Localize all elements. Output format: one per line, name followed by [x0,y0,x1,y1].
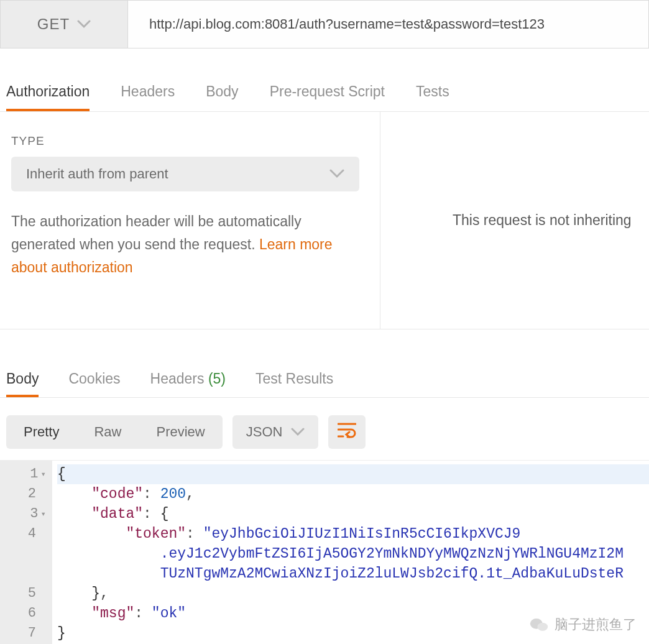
response-tabs: Body Cookies Headers (5)Test Results [0,352,649,398]
wrap-lines-icon [338,422,356,442]
gutter-line: 2 [0,484,46,504]
auth-desc-text: The authorization header will be automat… [11,213,301,252]
chevron-down-icon [329,166,344,182]
code-line: TUzNTgwMzA2MCwiaXNzIjoiZ2luLWJsb2cifQ.1t… [57,564,649,584]
auth-description: The authorization header will be automat… [11,210,359,278]
auth-type-value: Inherit auth from parent [26,166,168,182]
http-method-dropdown[interactable]: GET [1,1,128,48]
gutter-line: 6 [0,604,46,623]
response-toolbar: PrettyRawPreview JSON [0,398,649,460]
auth-type-select[interactable]: Inherit auth from parent [11,157,359,191]
url-input[interactable] [128,1,648,48]
tab-authorization[interactable]: Authorization [6,83,90,111]
auth-left-column: TYPE Inherit auth from parent The author… [0,112,380,329]
response-tab-test-results[interactable]: Test Results [255,370,333,397]
format-label: JSON [246,424,283,440]
gutter-line: 5 [0,584,46,604]
header-count: (5) [208,370,226,387]
view-mode-pretty[interactable]: Pretty [6,415,76,449]
auth-type-label: TYPE [11,134,369,148]
gutter-line: 4 [0,524,46,544]
watermark-text: 脑子进煎鱼了 [555,615,637,634]
chevron-down-icon [77,16,91,32]
view-mode-raw[interactable]: Raw [76,415,139,449]
authorization-panel: TYPE Inherit auth from parent The author… [0,112,649,329]
gutter-line [0,564,46,584]
auth-right-column: This request is not inheriting [380,112,649,329]
code-line: }, [57,584,649,604]
wrap-lines-button[interactable] [328,415,366,449]
tab-headers[interactable]: Headers [121,83,175,111]
request-tabs: AuthorizationHeadersBodyPre-request Scri… [0,65,649,112]
request-bar: GET [0,0,649,48]
response-tab-headers[interactable]: Headers (5) [150,370,226,397]
auth-inherit-message: This request is not inheriting [453,212,632,229]
code-line: { [57,464,649,484]
tab-pre-request-script[interactable]: Pre-request Script [270,83,385,111]
http-method-label: GET [37,16,70,33]
gutter-line [0,544,46,564]
gutter-line: 3▾ [0,504,46,524]
view-mode-preview[interactable]: Preview [139,415,222,449]
code-line: "token": "eyJhbGciOiJIUzI1NiIsInR5cCI6Ik… [57,524,649,544]
wechat-icon [530,617,548,633]
view-mode-group: PrettyRawPreview [6,415,223,449]
gutter-line: 1▾ [0,464,46,484]
code-line: "data": { [57,504,649,524]
watermark: 脑子进煎鱼了 [530,615,637,634]
tab-tests[interactable]: Tests [416,83,449,111]
code-line: .eyJ1c2VybmFtZSI6IjA5OGY2YmNkNDYyMWQzNzN… [57,544,649,564]
code-line: "code": 200, [57,484,649,504]
response-tab-cookies[interactable]: Cookies [68,370,120,397]
fold-icon[interactable]: ▾ [41,464,46,484]
format-select[interactable]: JSON [232,415,319,449]
line-gutter: 1▾23▾4567 [0,461,52,644]
tab-body[interactable]: Body [206,83,238,111]
gutter-line: 7 [0,623,46,643]
response-tab-body[interactable]: Body [6,370,39,397]
fold-icon[interactable]: ▾ [41,504,46,524]
svg-point-3 [538,623,548,631]
chevron-down-icon [291,424,305,440]
